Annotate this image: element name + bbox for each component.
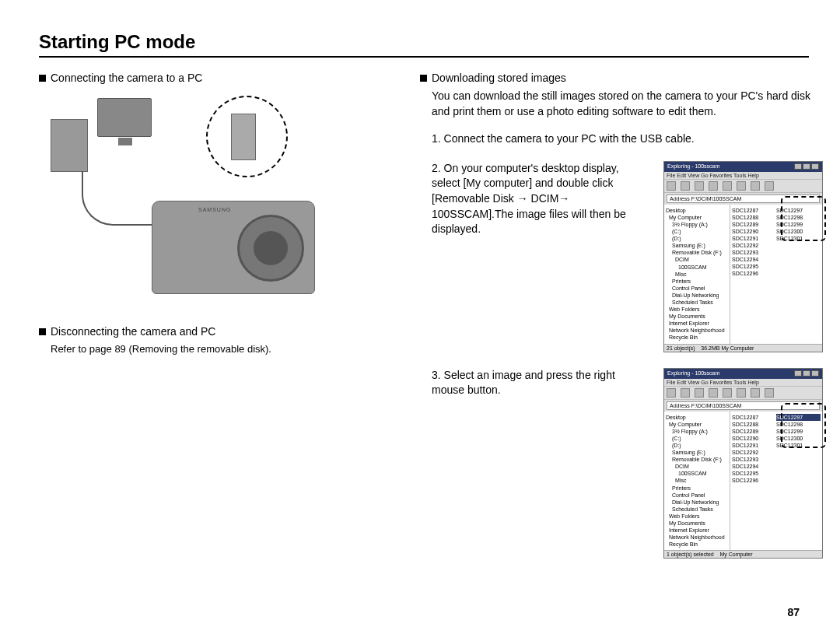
explorer-window: Exploring - 100sscam File Edit View Go F… [663, 368, 823, 559]
step-3-row: 3. Select an image and press the right m… [432, 368, 823, 559]
connecting-heading: Connecting the camera to a PC [39, 72, 397, 84]
monitor-icon [97, 98, 152, 137]
file-item: SDC12297 [776, 414, 821, 421]
file-list-col: SDC12297SDC12298SDC12299SDC12300SDC12301 [776, 207, 821, 342]
tree-item: Control Panel [666, 285, 728, 292]
file-item: SDC12301 [776, 235, 821, 242]
tree-item: (D:) [666, 235, 728, 242]
tree-item: (C:) [666, 228, 728, 235]
step-2-text: 2. On your computer's desktop display, s… [432, 161, 649, 352]
page-number: 87 [787, 606, 800, 618]
page-title: Starting PC mode [39, 31, 809, 58]
explorer-titlebar: Exploring - 100sscam [664, 369, 822, 379]
tree-item: Samsung (E:) [666, 449, 728, 456]
file-item: SDC12294 [732, 256, 776, 263]
tree-item: DCIM [666, 256, 728, 263]
file-item: SDC12293 [732, 249, 776, 256]
step-3-text: 3. Select an image and press the right m… [432, 368, 649, 559]
tree-item: My Documents [666, 313, 728, 320]
tree-item: (C:) [666, 435, 728, 442]
disconnecting-note: Refer to page 89 (Removing the removable… [51, 342, 397, 356]
file-item: SDC12290 [732, 435, 776, 442]
tree-item: 100SSCAM [666, 470, 728, 477]
file-item: SDC12297 [776, 207, 821, 214]
file-item: SDC12288 [732, 214, 776, 221]
file-item: SDC12287 [732, 414, 776, 421]
status-right: 36.2MB My Computer [701, 345, 754, 351]
explorer-toolbar [664, 179, 822, 193]
file-item: SDC12296 [732, 270, 776, 277]
file-item: SDC12291 [732, 442, 776, 449]
explorer-menubar: File Edit View Go Favorites Tools Help [664, 379, 822, 386]
explorer-toolbar [664, 386, 822, 400]
explorer-statusbar: 1 object(s) selected My Computer [664, 550, 822, 558]
file-item: SDC12300 [776, 435, 821, 442]
tree-item: Network Neighborhood [666, 327, 728, 334]
tree-item: Desktop [666, 414, 728, 421]
address-value: F:\DCIM\100SSCAM [691, 403, 742, 408]
file-item: SDC12298 [776, 214, 821, 221]
explorer-statusbar: 21 object(s) 36.2MB My Computer [664, 344, 822, 352]
folder-tree: DesktopMy Computer3½ Floppy (A:)(C:)(D:)… [664, 412, 730, 551]
tree-item: Control Panel [666, 492, 728, 499]
tree-item: Removable Disk (F:) [666, 249, 728, 256]
usb-connector-icon [231, 114, 256, 160]
window-buttons [793, 163, 819, 170]
tree-item: 100SSCAM [666, 264, 728, 271]
disconnecting-heading-text: Disconnecting the camera and PC [51, 325, 215, 338]
step-1-text: 1. Connect the camera to your PC with th… [432, 131, 823, 147]
explorer-window: Exploring - 100sscam File Edit View Go F… [663, 161, 823, 352]
file-item: SDC12292 [732, 449, 776, 456]
camera-lens-icon [237, 215, 304, 282]
explorer-menubar: File Edit View Go Favorites Tools Help [664, 172, 822, 179]
tree-item: DCIM [666, 463, 728, 470]
download-heading-text: Downloading stored images [432, 72, 566, 84]
file-item: SDC12295 [732, 263, 776, 270]
file-item: SDC12291 [732, 235, 776, 242]
left-column: Connecting the camera to a PC SAMSUNG Di… [39, 72, 397, 574]
tree-item: Printers [666, 485, 728, 492]
tree-item: 3½ Floppy (A:) [666, 428, 728, 435]
content-columns: Connecting the camera to a PC SAMSUNG Di… [39, 72, 809, 574]
tree-item: Dial-Up Networking [666, 292, 728, 299]
file-list-col: SDC12297SDC12298SDC12299SDC12300SDC12301 [776, 414, 821, 548]
file-item: SDC12292 [732, 242, 776, 249]
file-item: SDC12296 [732, 477, 776, 484]
tree-item: Samsung (E:) [666, 242, 728, 249]
connecting-heading-text: Connecting the camera to a PC [51, 72, 202, 84]
tree-item: Misc [666, 477, 728, 484]
file-item: SDC12287 [732, 207, 776, 214]
window-buttons [793, 370, 819, 377]
explorer-titlebar: Exploring - 100sscam [664, 162, 822, 172]
tree-item: Recycle Bin [666, 541, 728, 548]
address-label: Address [670, 403, 690, 408]
right-column: Downloading stored images You can downlo… [420, 72, 823, 574]
status-left: 21 object(s) [667, 345, 695, 351]
file-item: SDC12299 [776, 221, 821, 228]
tree-item: Desktop [666, 207, 728, 214]
address-value: F:\DCIM\100SSCAM [691, 196, 742, 201]
file-item: SDC12300 [776, 228, 821, 235]
camera-brand-label: SAMSUNG [198, 207, 231, 212]
square-bullet-icon [39, 328, 46, 335]
file-list-col: SDC12287SDC12288SDC12289SDC12290SDC12291… [732, 414, 776, 548]
tree-item: Scheduled Tasks [666, 299, 728, 306]
status-right: My Computer [719, 552, 752, 557]
file-item: SDC12289 [732, 221, 776, 228]
file-item: SDC12288 [732, 421, 776, 428]
explorer-title: Exploring - 100sscam [667, 163, 719, 170]
tree-item: Web Folders [666, 513, 728, 520]
file-item: SDC12290 [732, 228, 776, 235]
tree-item: Recycle Bin [666, 334, 728, 341]
file-list-col: SDC12287SDC12288SDC12289SDC12290SDC12291… [732, 207, 776, 342]
tree-item: Scheduled Tasks [666, 506, 728, 513]
folder-tree: DesktopMy Computer3½ Floppy (A:)(C:)(D:)… [664, 205, 730, 344]
tree-item: Removable Disk (F:) [666, 456, 728, 463]
file-item: SDC12298 [776, 421, 821, 428]
tree-item: My Computer [666, 214, 728, 221]
download-heading: Downloading stored images [420, 72, 823, 84]
tree-item: Internet Explorer [666, 527, 728, 534]
pc-tower-icon [51, 119, 88, 172]
tree-item: Network Neighborhood [666, 534, 728, 541]
file-item: SDC12294 [732, 463, 776, 470]
